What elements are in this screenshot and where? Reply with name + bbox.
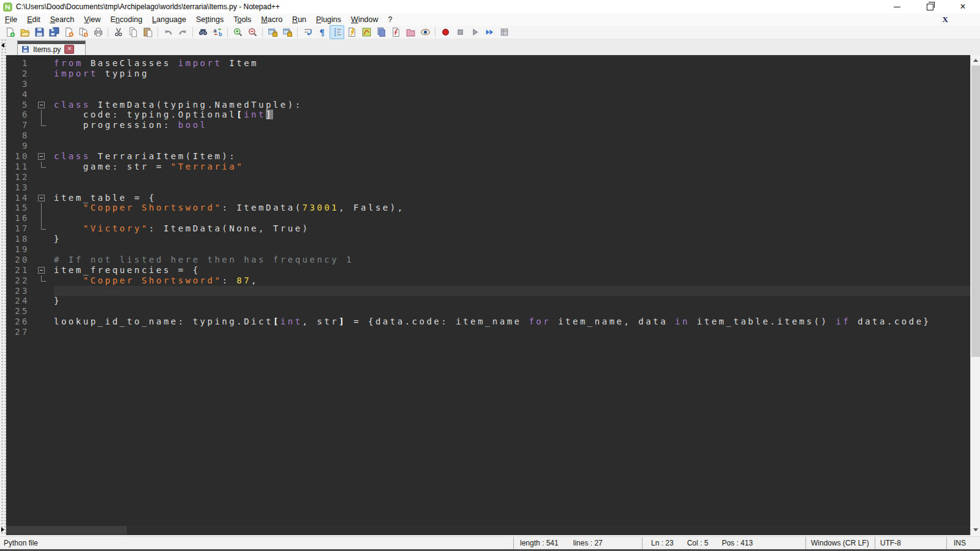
vertical-scrollbar-thumb[interactable] bbox=[971, 66, 980, 357]
menu-file[interactable]: File bbox=[0, 13, 22, 26]
zoom-out-button[interactable] bbox=[245, 25, 260, 39]
scroll-down-button[interactable] bbox=[971, 525, 980, 535]
status-encoding[interactable]: UTF-8 bbox=[875, 537, 946, 549]
code-line[interactable]: 2import typing bbox=[6, 69, 970, 79]
vertical-scrollbar[interactable] bbox=[970, 55, 980, 535]
fold-collapse-icon[interactable] bbox=[29, 265, 54, 276]
menu-encoding[interactable]: Encoding bbox=[105, 13, 147, 26]
dock-arrow-icon[interactable] bbox=[1, 527, 4, 532]
close-file-button[interactable] bbox=[61, 25, 76, 39]
menu-settings[interactable]: Settings bbox=[191, 13, 228, 26]
code-line-current[interactable]: 23 bbox=[6, 286, 970, 296]
code-line[interactable]: 5class ItemData(typing.NamedTuple): bbox=[6, 100, 970, 110]
code-line[interactable]: 6 code: typing.Optional[int] bbox=[6, 110, 970, 120]
macro-play-button[interactable] bbox=[467, 25, 482, 39]
macro-save-button[interactable] bbox=[497, 25, 511, 39]
menu-edit[interactable]: Edit bbox=[22, 13, 45, 26]
fold-collapse-icon[interactable] bbox=[29, 151, 54, 162]
undo-button[interactable] bbox=[160, 25, 175, 39]
menu-plugins[interactable]: Plugins bbox=[311, 13, 346, 26]
cut-button[interactable] bbox=[111, 25, 126, 39]
show-indent-guide-button[interactable] bbox=[330, 25, 344, 39]
code-line[interactable]: 13 bbox=[6, 182, 970, 193]
menu-macro[interactable]: Macro bbox=[256, 13, 287, 26]
macro-record-button[interactable] bbox=[438, 25, 453, 39]
sync-horizontal-scrolling-button[interactable] bbox=[280, 25, 295, 39]
code-line[interactable]: 10class TerrariaItem(Item): bbox=[6, 151, 970, 162]
horizontal-scrollbar[interactable] bbox=[6, 525, 970, 535]
save-all-button[interactable] bbox=[47, 25, 61, 39]
close-button[interactable]: × bbox=[954, 1, 971, 13]
menu-tools[interactable]: Tools bbox=[228, 13, 256, 26]
down-arrow-icon bbox=[973, 528, 978, 531]
dock-gripper[interactable] bbox=[0, 39, 6, 537]
code-editor[interactable]: 1from BaseClasses import Item2import typ… bbox=[6, 55, 970, 525]
close-all-button[interactable] bbox=[76, 25, 91, 39]
scroll-up-button[interactable] bbox=[971, 55, 980, 66]
fold-collapse-icon[interactable] bbox=[29, 100, 54, 110]
status-insert-mode[interactable]: INS bbox=[946, 537, 980, 549]
sync-vertical-scrolling-button[interactable] bbox=[265, 25, 280, 39]
macro-run-multiple-button[interactable] bbox=[482, 25, 497, 39]
code-line[interactable]: 16 bbox=[6, 213, 970, 223]
code-line[interactable]: 12 bbox=[6, 172, 970, 182]
tab-items-py[interactable]: Items.py × bbox=[17, 40, 86, 55]
code-line[interactable]: 18} bbox=[6, 234, 970, 244]
menu-run[interactable]: Run bbox=[287, 13, 311, 26]
minimize-button[interactable] bbox=[888, 1, 905, 13]
document-list-button[interactable] bbox=[374, 25, 388, 39]
macro-stop-button[interactable] bbox=[453, 25, 467, 39]
menu-window[interactable]: Window bbox=[346, 13, 383, 26]
redo-button[interactable] bbox=[175, 25, 190, 39]
show-all-characters-button[interactable]: ¶ bbox=[315, 25, 330, 39]
fold-margin bbox=[29, 327, 54, 337]
fold-collapse-icon[interactable] bbox=[29, 193, 54, 203]
menu-view[interactable]: View bbox=[79, 13, 105, 26]
menu-search[interactable]: Search bbox=[45, 13, 80, 26]
user-defined-language-button[interactable] bbox=[344, 25, 359, 39]
status-eol-format[interactable]: Windows (CR LF) bbox=[805, 537, 875, 549]
word-wrap-button[interactable] bbox=[300, 25, 315, 39]
replace-button[interactable]: ab bbox=[210, 25, 225, 39]
folder-as-workspace-button[interactable] bbox=[403, 25, 418, 39]
code-line[interactable]: 4 bbox=[6, 89, 970, 100]
code-line[interactable]: 21item_frequencies = { bbox=[6, 265, 970, 276]
code-line[interactable]: 15 "Copper Shortsword": ItemData(73001, … bbox=[6, 203, 970, 213]
paste-button[interactable] bbox=[140, 25, 155, 39]
document-map-button[interactable] bbox=[359, 25, 374, 39]
code-line[interactable]: 3 bbox=[6, 79, 970, 89]
menu-language[interactable]: Language bbox=[147, 13, 191, 26]
open-file-button[interactable] bbox=[17, 25, 32, 39]
copy-button[interactable] bbox=[126, 25, 140, 39]
code-line[interactable]: 17 "Victory": ItemData(None, True) bbox=[6, 223, 970, 234]
code-line[interactable]: 8 bbox=[6, 130, 970, 141]
tab-close-icon[interactable]: × bbox=[64, 45, 74, 54]
code-line[interactable]: 9 bbox=[6, 141, 970, 151]
code-line[interactable]: 26lookup_id_to_name: typing.Dict[int, st… bbox=[6, 317, 970, 327]
save-file-button[interactable] bbox=[32, 25, 47, 39]
code-line[interactable]: 27 bbox=[6, 327, 970, 337]
code-line[interactable]: 25 bbox=[6, 306, 970, 317]
menu-help[interactable]: ? bbox=[383, 13, 398, 26]
restore-button[interactable] bbox=[921, 1, 938, 13]
code-line[interactable]: 1from BaseClasses import Item bbox=[6, 58, 970, 69]
code-line[interactable]: 24} bbox=[6, 296, 970, 306]
zoom-in-button[interactable] bbox=[230, 25, 245, 39]
tab-scroll-left-icon[interactable] bbox=[1, 43, 4, 48]
code-line[interactable]: 20# If not listed here then has frequenc… bbox=[6, 255, 970, 265]
horizontal-scrollbar-thumb[interactable] bbox=[6, 526, 127, 534]
fold-margin bbox=[29, 244, 54, 255]
close-document-x[interactable]: X bbox=[943, 13, 948, 26]
line-number: 20 bbox=[6, 255, 29, 265]
code-line[interactable]: 19 bbox=[6, 244, 970, 255]
function-list-button[interactable] bbox=[388, 25, 403, 39]
toolbar-separator bbox=[157, 28, 158, 37]
monitoring-button[interactable] bbox=[418, 25, 432, 39]
code-line[interactable]: 11 game: str = "Terraria" bbox=[6, 162, 970, 172]
print-button[interactable] bbox=[91, 25, 105, 39]
code-line[interactable]: 14item_table = { bbox=[6, 193, 970, 203]
find-button[interactable] bbox=[195, 25, 210, 39]
code-line[interactable]: 22 "Copper Shortsword": 87, bbox=[6, 276, 970, 286]
code-line[interactable]: 7 progression: bool bbox=[6, 120, 970, 130]
new-file-button[interactable] bbox=[2, 25, 17, 39]
